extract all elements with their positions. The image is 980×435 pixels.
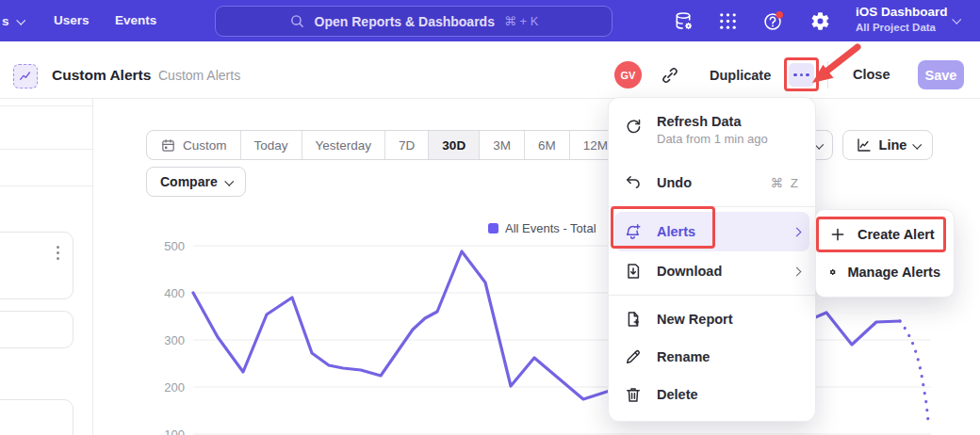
report-options-menu: Refresh Data Data from 1 min ago Undo ⌘ …: [608, 97, 816, 422]
trash-icon: [624, 385, 643, 404]
svg-text:100: 100: [164, 427, 185, 435]
top-nav: s Users Events Open Reports & Dashboards…: [0, 0, 980, 41]
menu-item-rename[interactable]: Rename: [609, 338, 815, 376]
manage-alerts-label: Manage Alerts: [847, 265, 940, 280]
refresh-label: Refresh Data: [657, 114, 768, 129]
menu-item-new-report[interactable]: New Report: [609, 300, 815, 338]
query-card[interactable]: [0, 232, 74, 299]
chevron-down-icon: [16, 15, 25, 24]
save-button[interactable]: Save: [918, 60, 964, 89]
menu-item-refresh-data[interactable]: Refresh Data Data from 1 min ago: [609, 107, 815, 163]
refresh-subtext: Data from 1 min ago: [657, 132, 768, 146]
panel-row-divider: [0, 149, 92, 150]
legend-swatch: [488, 223, 498, 234]
chevron-right-icon: [792, 266, 802, 276]
line-chart-icon: [856, 137, 873, 153]
ellipsis-icon: [793, 73, 796, 76]
search-icon: [289, 13, 305, 29]
nav-item-users[interactable]: Users: [54, 13, 90, 27]
search-shortcut: ⌘ + K: [504, 14, 539, 28]
alerts-submenu: Create Alert Manage Alerts: [815, 209, 955, 298]
submenu-item-manage-alerts[interactable]: Manage Alerts: [816, 253, 954, 291]
report-type-icon: [13, 64, 38, 89]
submenu-item-create-alert[interactable]: Create Alert: [816, 216, 954, 253]
date-range-today[interactable]: Today: [240, 131, 302, 159]
duplicate-button[interactable]: Duplicate: [710, 68, 771, 83]
menu-item-alerts[interactable]: Alerts: [614, 212, 809, 251]
chevron-down-icon: [224, 176, 234, 185]
menu-divider: [609, 295, 815, 296]
gear-icon[interactable]: [809, 10, 831, 32]
data-icon[interactable]: [673, 10, 694, 32]
pencil-icon: [624, 347, 643, 366]
date-range-30d-selected[interactable]: 30D: [428, 131, 479, 159]
help-icon[interactable]: [762, 10, 784, 32]
chevron-right-icon: [792, 227, 802, 236]
chart-legend: All Events - Total: [488, 221, 596, 235]
date-range-yesterday[interactable]: Yesterday: [302, 131, 385, 159]
search-bar[interactable]: Open Reports & Dashboards ⌘ + K: [215, 6, 612, 37]
chart-type-button[interactable]: Line: [842, 130, 933, 160]
date-range-3m[interactable]: 3M: [479, 131, 524, 159]
project-name: iOS Dashboard: [856, 5, 948, 21]
apps-grid-icon[interactable]: [717, 10, 739, 32]
delete-label: Delete: [657, 387, 698, 402]
menu-item-download[interactable]: Download: [609, 251, 815, 291]
nav-item-boards-partial[interactable]: s: [0, 0, 24, 41]
new-report-label: New Report: [657, 312, 733, 327]
menu-item-delete[interactable]: Delete: [609, 376, 815, 413]
date-range-6m[interactable]: 6M: [524, 131, 569, 159]
copy-link-icon[interactable]: [661, 66, 679, 85]
avatar[interactable]: GV: [614, 61, 642, 89]
query-card[interactable]: [0, 311, 74, 348]
undo-icon: [624, 173, 643, 192]
date-range-picker: Custom Today Yesterday 7D 30D 3M 6M 12M: [146, 130, 622, 160]
svg-text:500: 500: [164, 239, 185, 253]
chevron-down-icon: [913, 139, 923, 149]
date-range-custom[interactable]: Custom: [147, 131, 240, 159]
panel-row-divider: [0, 105, 92, 106]
alert-bell-icon: [624, 222, 643, 241]
refresh-icon: [624, 117, 643, 136]
project-switcher[interactable]: iOS Dashboard All Project Data: [856, 5, 948, 34]
app-root: s Users Events Open Reports & Dashboards…: [0, 0, 980, 435]
nav-item-partial-label: s: [2, 14, 9, 28]
svg-text:300: 300: [164, 333, 185, 347]
rename-label: Rename: [657, 349, 710, 364]
plus-icon: [829, 226, 846, 243]
legend-label: All Events - Total: [505, 221, 596, 235]
menu-divider: [609, 206, 815, 207]
compare-button[interactable]: Compare: [146, 167, 246, 197]
nav-item-events[interactable]: Events: [115, 13, 156, 27]
breadcrumb: Custom Alerts: [158, 68, 240, 83]
date-range-label: Custom: [183, 138, 227, 153]
header-divider: [827, 61, 828, 89]
svg-text:400: 400: [164, 286, 185, 300]
search-placeholder: Open Reports & Dashboards: [315, 14, 495, 29]
chart-type-label: Line: [879, 137, 907, 153]
download-label: Download: [657, 264, 722, 279]
date-range-7d[interactable]: 7D: [384, 131, 428, 159]
gear-icon: [829, 264, 836, 281]
panel-divider: [92, 98, 93, 435]
download-icon: [624, 262, 643, 281]
report-header: Custom Alerts Custom Alerts GV Duplicate…: [0, 41, 980, 99]
project-scope: All Project Data: [856, 21, 948, 34]
panel-row-divider: [0, 185, 92, 186]
close-button[interactable]: Close: [853, 67, 890, 82]
undo-shortcut: ⌘ Z: [771, 175, 801, 190]
alerts-label: Alerts: [657, 224, 695, 239]
new-report-icon: [624, 310, 643, 329]
page-title: Custom Alerts: [52, 67, 151, 84]
chevron-down-icon: [952, 15, 961, 24]
create-alert-label: Create Alert: [858, 227, 935, 242]
query-card[interactable]: [0, 399, 74, 435]
card-menu-kebab[interactable]: [57, 246, 59, 260]
calendar-icon: [160, 137, 176, 153]
more-options-button[interactable]: [789, 63, 814, 87]
menu-item-undo[interactable]: Undo ⌘ Z: [609, 163, 815, 202]
compare-label: Compare: [160, 174, 218, 189]
notification-dot: [776, 11, 783, 19]
undo-label: Undo: [657, 175, 692, 190]
svg-text:200: 200: [164, 380, 185, 395]
